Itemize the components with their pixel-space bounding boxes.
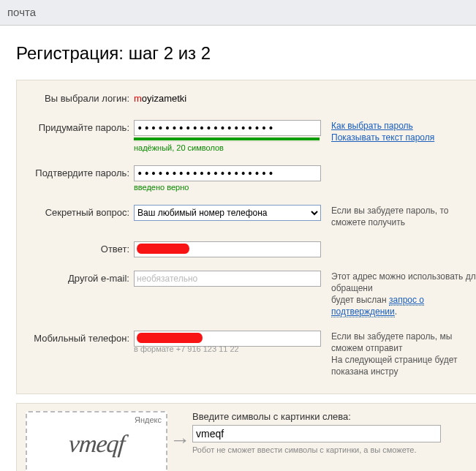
other-email-help: Этот адрес можно использовать для обраще… — [321, 271, 476, 317]
answer-label: Ответ: — [21, 241, 134, 257]
page-title: Регистрация: шаг 2 из 2 — [16, 43, 476, 64]
captcha-image: Яндекс vmeqf — [26, 411, 167, 471]
password-input[interactable] — [134, 120, 321, 136]
captcha-section: Яндекс vmeqf показать другую картинку → … — [16, 403, 476, 471]
captcha-prompt: Введите символы с картинки слева: — [192, 411, 476, 422]
login-value: moyizametki — [134, 91, 321, 107]
arrow-right-icon: → — [167, 411, 192, 452]
login-label: Вы выбрали логин: — [21, 91, 134, 107]
password-strength-meter — [134, 137, 320, 140]
captcha-input[interactable] — [192, 425, 441, 442]
other-email-label: Другой e-mail: — [21, 271, 134, 287]
redacted-phone — [137, 333, 203, 343]
secret-question-select[interactable]: Ваш любимый номер телефона — [134, 205, 321, 221]
registration-form: Вы выбрали логин: moyizametki Придумайте… — [16, 80, 476, 394]
captcha-brand: Яндекс — [135, 415, 162, 424]
captcha-note: Робот не сможет ввести символы с картинк… — [192, 445, 476, 454]
password-strength-text: надёжный, 20 символов — [134, 143, 321, 152]
how-choose-password-link[interactable]: Как выбрать пароль — [331, 121, 413, 131]
secret-question-help: Если вы забудете пароль, то сможете полу… — [321, 205, 476, 228]
confirm-ok-text: введено верно — [134, 183, 321, 192]
confirm-label: Подтвердите пароль: — [21, 165, 134, 181]
password-label: Придумайте пароль: — [21, 120, 134, 136]
show-password-link[interactable]: Показывать текст пароля — [331, 132, 434, 143]
top-nav: Почта — [0, 0, 476, 26]
phone-help: Если вы забудете пароль, мы сможем отпра… — [321, 331, 476, 377]
redacted-answer — [137, 244, 189, 254]
nav-item-mail[interactable]: Почта — [7, 6, 36, 18]
secret-question-label: Секретный вопрос: — [21, 205, 134, 221]
other-email-input[interactable] — [134, 271, 321, 287]
phone-label: Мобильный телефон: — [21, 331, 134, 347]
confirm-password-input[interactable] — [134, 165, 321, 181]
